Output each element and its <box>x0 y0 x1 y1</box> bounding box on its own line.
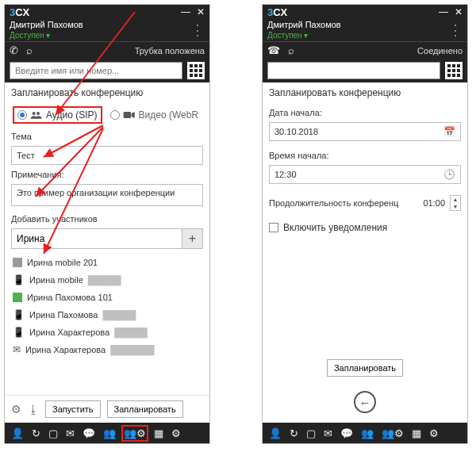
schedule-button[interactable]: Запланировать <box>327 359 403 377</box>
page-title: Запланировать конференцию <box>11 87 203 98</box>
duration-value: 01:00 <box>423 198 445 208</box>
mobile-icon: 📱 <box>13 274 25 285</box>
time-label: Время начала: <box>269 151 461 160</box>
notify-label: Включить уведомления <box>283 222 387 233</box>
group-icon[interactable]: 👥 <box>103 427 116 439</box>
title-bar: 3CX — ✕ <box>5 5 209 19</box>
chat-icon[interactable]: 💬 <box>340 427 353 439</box>
search-input[interactable] <box>267 62 440 79</box>
contacts-icon[interactable]: 👤 <box>11 427 24 439</box>
subject-label: Тема <box>11 132 203 141</box>
schedule-button[interactable]: Запланировать <box>107 400 183 418</box>
status-row: ☎ ⌕ Соединено <box>263 41 467 59</box>
settings-icon[interactable]: ⚙ <box>429 427 439 439</box>
status-row: ✆ ⌕ Трубка положена <box>5 41 209 59</box>
chat-icon[interactable]: 💬 <box>83 427 95 439</box>
notes-input[interactable]: Это пример организации конференции <box>11 184 203 206</box>
conference-icon[interactable]: 👥⚙ <box>382 427 404 439</box>
add-participants-label: Добавить участников <box>11 214 203 224</box>
add-participant-row: + <box>11 228 203 249</box>
audio-label: Аудио (SIP) <box>46 109 98 121</box>
camera-icon <box>123 109 136 121</box>
participants-list: Ирина mobile 201 📱Ирина mobile ██████ Ир… <box>11 254 203 358</box>
main-content: Запланировать конференцию Аудио (SIP) Ви… <box>5 82 209 395</box>
grid-icon[interactable]: ▦ <box>412 427 421 439</box>
close-icon[interactable]: ✕ <box>455 7 463 17</box>
subject-input[interactable]: Тест <box>11 146 203 165</box>
user-info: Дмитрий Пахомов Доступен ▾ <box>10 20 83 40</box>
time-input[interactable]: 12:30 🕒 <box>269 165 461 184</box>
search-row <box>5 59 209 82</box>
date-input[interactable]: 30.10.2018 📅 <box>269 122 461 141</box>
window-controls: — ✕ <box>439 7 463 17</box>
notify-checkbox[interactable] <box>269 223 278 232</box>
video-label: Видео (WebR <box>139 109 199 121</box>
mail-icon[interactable]: ✉ <box>66 427 75 439</box>
history-icon[interactable]: ↻ <box>32 427 40 439</box>
search-icon[interactable]: ⌕ <box>26 44 33 56</box>
download-icon[interactable]: ⭳ <box>28 403 39 416</box>
menu-dots-icon[interactable]: ⋮ <box>448 25 463 36</box>
audio-radio[interactable] <box>17 110 27 120</box>
phone-icon[interactable]: ✆ <box>10 44 18 56</box>
page-title: Запланировать конференцию <box>269 87 461 98</box>
mail-icon[interactable]: ✉ <box>324 427 332 439</box>
mobile-icon: 📱 <box>13 327 25 338</box>
add-button[interactable]: + <box>182 229 202 248</box>
close-icon[interactable]: ✕ <box>197 7 205 17</box>
search-icon[interactable]: ⌕ <box>288 44 294 56</box>
contacts-icon[interactable]: 👤 <box>269 427 282 439</box>
keypad-icon[interactable] <box>445 62 463 79</box>
start-button[interactable]: Запустить <box>45 400 101 418</box>
phone-icon[interactable]: ☎ <box>267 44 280 56</box>
participant-input[interactable] <box>12 229 182 248</box>
back-button[interactable]: ← <box>354 391 376 413</box>
list-item[interactable]: 📱Ирина mobile ██████ <box>11 271 203 289</box>
mail-icon: ✉ <box>13 344 21 355</box>
conference-icon[interactable]: 👥⚙ <box>124 427 146 439</box>
list-item[interactable]: 📱Ирина Пахомова ██████ <box>11 306 203 324</box>
user-info: Дмитрий Пахомов Доступен ▾ <box>267 20 341 40</box>
video-radio[interactable] <box>110 110 120 120</box>
date-label: Дата начала: <box>269 108 461 117</box>
user-status[interactable]: Доступен ▾ <box>267 30 341 40</box>
logo: 3CX <box>267 6 287 18</box>
notes-label: Примечания: <box>11 170 203 179</box>
window-left: 3CX — ✕ Дмитрий Пахомов Доступен ▾ ⋮ ✆ ⌕… <box>4 4 210 444</box>
hook-status: Соединено <box>417 46 463 56</box>
menu-dots-icon[interactable]: ⋮ <box>190 25 205 36</box>
calendar-icon[interactable]: 📅 <box>443 126 455 137</box>
calendar-icon[interactable]: ▢ <box>48 427 58 439</box>
keypad-icon[interactable] <box>187 62 205 79</box>
user-row: Дмитрий Пахомов Доступен ▾ ⋮ <box>5 19 209 41</box>
footer-bar: 👤 ↻ ▢ ✉ 💬 👥 👥⚙ ▦ ⚙ <box>263 423 467 443</box>
user-status[interactable]: Доступен ▾ <box>10 30 83 40</box>
list-item[interactable]: ✉Ирина Характерова ████████ <box>11 341 203 358</box>
list-item[interactable]: 📱Ирина Характерова ██████ <box>11 324 203 341</box>
list-item[interactable]: Ирина mobile 201 <box>11 254 203 271</box>
notify-row[interactable]: Включить уведомления <box>269 222 461 233</box>
user-row: Дмитрий Пахомов Доступен ▾ ⋮ <box>263 19 467 41</box>
list-item[interactable]: Ирина Пахомова 101 <box>11 289 203 306</box>
calendar-icon[interactable]: ▢ <box>306 427 316 439</box>
svg-rect-2 <box>123 112 130 118</box>
clock-icon[interactable]: 🕒 <box>443 169 455 180</box>
group-icon[interactable]: 👥 <box>361 427 374 439</box>
group-icon <box>30 109 43 121</box>
search-input[interactable] <box>10 62 182 79</box>
settings-icon[interactable]: ⚙ <box>171 427 181 439</box>
header: 3CX — ✕ Дмитрий Пахомов Доступен ▾ ⋮ ☎ ⌕… <box>263 5 467 82</box>
footer-bar: 👤 ↻ ▢ ✉ 💬 👥 👥⚙ ▦ ⚙ <box>5 423 209 443</box>
duration-row: Продолжительность конференц 01:00 ▲▼ <box>269 195 461 211</box>
gear-icon[interactable]: ⚙ <box>11 403 21 416</box>
history-icon[interactable]: ↻ <box>290 427 298 439</box>
minimize-icon[interactable]: — <box>439 7 448 17</box>
hook-status: Трубка положена <box>135 46 205 56</box>
presence-icon <box>13 258 22 267</box>
conference-type-row: Аудио (SIP) Видео (WebR <box>11 103 203 127</box>
mobile-icon: 📱 <box>13 309 25 320</box>
minimize-icon[interactable]: — <box>181 7 190 17</box>
audio-option[interactable]: Аудио (SIP) <box>13 106 102 124</box>
grid-icon[interactable]: ▦ <box>154 427 163 439</box>
duration-stepper[interactable]: ▲▼ <box>450 195 461 211</box>
